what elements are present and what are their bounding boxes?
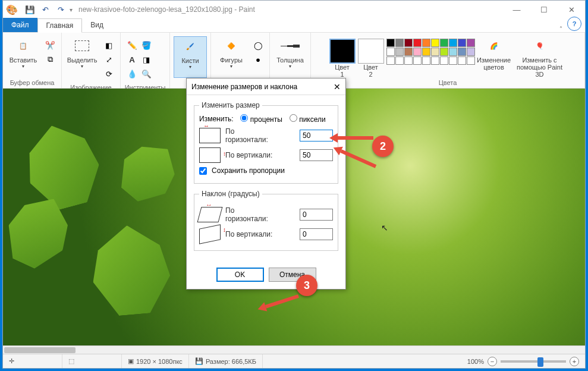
cut-icon[interactable]: ✂️ (43, 39, 56, 52)
percent-radio[interactable]: проценты (240, 114, 282, 124)
palette-swatch[interactable] (440, 48, 448, 56)
pixels-radio[interactable]: пиксели (290, 114, 326, 124)
tools-group: ✏️ 🪣 A ◨ 💧 🔍 Инструменты (121, 33, 170, 88)
palette-swatch[interactable] (413, 48, 422, 56)
palette-swatch[interactable] (422, 39, 430, 47)
zoom-out-button[interactable]: − (488, 357, 497, 366)
view-tab[interactable]: Вид (82, 18, 112, 32)
color2-button[interactable]: Цвет 2 (358, 36, 384, 78)
palette-swatch[interactable] (467, 56, 475, 65)
palette-swatch[interactable] (386, 48, 395, 56)
minimize-button[interactable]: — (503, 1, 530, 18)
fill-icon[interactable]: 🪣 (140, 39, 153, 52)
skew-fieldset: Наклон (градусы) ↔ По горизонтали: ↕ По … (194, 190, 338, 251)
palette-swatch[interactable] (413, 39, 422, 47)
color1-button[interactable]: Цвет 1 (329, 36, 356, 78)
file-tab[interactable]: Файл (3, 18, 37, 32)
palette-swatch[interactable] (449, 48, 457, 56)
palette-swatch[interactable] (404, 39, 413, 47)
fill-shape-icon[interactable]: ● (251, 53, 265, 66)
paint3d-button[interactable]: 🎈 Изменить с помощью Paint 3D (513, 36, 567, 78)
dialog-titlebar: Изменение размеров и наклона ✕ (187, 78, 345, 95)
keep-aspect-checkbox[interactable]: Сохранить пропорции (199, 166, 333, 175)
outline-icon[interactable]: ◯ (251, 39, 265, 52)
select-label: Выделить (67, 56, 98, 64)
text-icon[interactable]: A (125, 53, 139, 66)
zoom-slider[interactable] (501, 360, 566, 363)
image-group: Выделить ▾ ◧ ⤢ ⟳ Изображение (62, 33, 121, 88)
canvas-size-cell: ▣ 1920 × 1080пкс (122, 354, 189, 368)
palette-swatch[interactable] (431, 48, 439, 56)
resize-horiz-label: По горизонтали: (225, 127, 295, 144)
collapse-ribbon-icon[interactable]: ˄ (555, 26, 567, 32)
shapes-button[interactable]: 🔶 Фигуры ▾ (215, 36, 248, 78)
palette-swatch[interactable] (467, 39, 475, 47)
palette-swatch[interactable] (440, 56, 448, 65)
resize-legend: Изменить размер (199, 101, 262, 109)
copy-icon[interactable]: ⧉ (43, 53, 56, 66)
resize-icon[interactable]: ⤢ (102, 53, 115, 66)
palette-swatch[interactable] (467, 48, 475, 56)
zoom-icon[interactable]: 🔍 (140, 67, 153, 80)
palette-swatch[interactable] (458, 48, 466, 56)
help-icon[interactable]: ? (567, 17, 581, 31)
palette-swatch[interactable] (404, 48, 413, 56)
palette-swatch[interactable] (449, 39, 457, 47)
palette-swatch[interactable] (422, 48, 430, 56)
dialog-close-icon[interactable]: ✕ (334, 82, 341, 92)
resize-skew-dialog: Изменение размеров и наклона ✕ Изменить … (186, 78, 346, 290)
resize-horiz-input[interactable] (300, 130, 333, 142)
annotation-2: 2 (372, 136, 394, 157)
palette-swatch[interactable] (395, 39, 404, 47)
palette-swatch[interactable] (440, 39, 448, 47)
select-button[interactable]: Выделить ▾ (65, 36, 99, 78)
selection-cell: ⬚ (62, 354, 122, 368)
qat-dropdown-icon[interactable]: ▾ (70, 7, 73, 13)
paste-label: Вставить (10, 56, 37, 64)
palette-swatch[interactable] (404, 56, 413, 65)
horizontal-scrollbar[interactable] (3, 345, 585, 354)
palette-swatch[interactable] (422, 56, 430, 65)
skew-vert-input[interactable] (300, 228, 333, 240)
palette-swatch[interactable] (458, 56, 466, 65)
crop-icon[interactable]: ◧ (102, 39, 115, 52)
window-title: new-krasivoe-foto-zelenogo-lesa_1920x108… (75, 5, 503, 14)
home-tab[interactable]: Главная (37, 18, 83, 33)
paste-button[interactable]: 📋 Вставить ▾ (7, 36, 40, 78)
palette-swatch[interactable] (386, 56, 395, 65)
shapes-icon: 🔶 (222, 36, 241, 55)
save-icon[interactable]: 💾 (23, 3, 36, 16)
redo-icon[interactable]: ↷ (54, 3, 67, 16)
shapes-label: Фигуры (220, 56, 243, 64)
pencil-icon[interactable]: ✏️ (125, 39, 139, 52)
paint3d-label: Изменить с помощью Paint 3D (513, 56, 567, 78)
palette-swatch[interactable] (431, 56, 439, 65)
palette-swatch[interactable] (395, 48, 404, 56)
thickness-label: Толщина (276, 56, 304, 64)
palette-swatch[interactable] (395, 56, 404, 65)
resize-fieldset: Изменить размер Изменить: проценты пиксе… (194, 101, 338, 184)
resize-vert-icon: ↕ (199, 147, 221, 163)
edit-colors-button[interactable]: 🌈 Изменение цветов (477, 36, 511, 78)
close-button[interactable]: ✕ (558, 1, 585, 18)
ok-button[interactable]: OK (216, 268, 264, 282)
eyedropper-icon[interactable]: 💧 (125, 67, 139, 80)
palette-swatch[interactable] (458, 39, 466, 47)
eraser-icon[interactable]: ◨ (140, 53, 153, 66)
palette-swatch[interactable] (413, 56, 422, 65)
maximize-button[interactable]: ☐ (530, 1, 558, 18)
color1-swatch (329, 39, 356, 64)
undo-icon[interactable]: ↶ (39, 3, 52, 16)
palette-swatch[interactable] (449, 56, 457, 65)
skew-horiz-input[interactable] (300, 209, 333, 221)
palette-swatch[interactable] (431, 39, 439, 47)
resize-vert-input[interactable] (300, 149, 333, 161)
color-palette[interactable] (386, 36, 475, 65)
rotate-icon[interactable]: ⟳ (102, 67, 115, 80)
brushes-button[interactable]: 🖌️ Кисти ▾ (174, 36, 207, 78)
thickness-button[interactable]: Толщина ▾ (273, 36, 307, 78)
color1-label: Цвет 1 (335, 64, 350, 78)
zoom-in-button[interactable]: + (570, 357, 579, 366)
palette-swatch[interactable] (386, 39, 395, 47)
color2-swatch (358, 39, 384, 64)
